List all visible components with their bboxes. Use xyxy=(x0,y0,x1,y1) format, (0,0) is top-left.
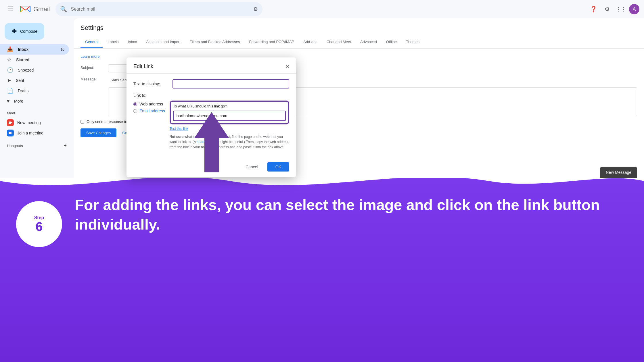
compose-plus-icon: ✚ xyxy=(12,28,17,35)
svg-rect-1 xyxy=(9,132,11,134)
sidebar-item-label: More xyxy=(14,99,23,103)
sent-icon: ➤ xyxy=(7,77,11,84)
more-icon: ▾ xyxy=(7,98,9,104)
arrow-head xyxy=(194,112,229,138)
text-display-label: Text to display: xyxy=(133,82,168,86)
modal-header: Edit Link × xyxy=(126,57,296,74)
sidebar-item-label: Starred xyxy=(16,57,29,62)
tab-labels[interactable]: Labels xyxy=(103,36,123,48)
hangouts-section: Hangouts + xyxy=(0,140,74,151)
snoozed-icon: 🕐 xyxy=(7,67,13,73)
save-changes-button[interactable]: Save Changes xyxy=(80,128,116,137)
sidebar-item-sent[interactable]: ➤ Sent xyxy=(0,75,69,86)
radio-group: Web address Email address xyxy=(133,102,165,113)
sidebar-item-label: Drafts xyxy=(18,88,28,93)
sidebar-item-snoozed[interactable]: 🕐 Snoozed xyxy=(0,65,69,75)
url-input[interactable] xyxy=(173,111,286,121)
email-address-option[interactable]: Email address xyxy=(133,109,165,113)
url-question: To what URL should this link go? xyxy=(173,104,286,108)
meet-section-label: Meet xyxy=(0,109,74,118)
tab-chat[interactable]: Chat and Meet xyxy=(322,36,356,48)
tab-filters[interactable]: Filters and Blocked Addresses xyxy=(185,36,245,48)
avatar[interactable]: A xyxy=(629,4,639,14)
modal-ok-button[interactable]: OK xyxy=(267,162,289,172)
modal-title: Edit Link xyxy=(133,63,153,70)
join-meeting-label: Join a meeting xyxy=(17,131,43,135)
top-bar: ☰ Gmail 🔍 ⚙ ❓ ⚙ ⋮⋮ A xyxy=(0,0,644,18)
web-address-option[interactable]: Web address xyxy=(133,102,165,106)
drafts-icon: 📄 xyxy=(7,88,13,94)
search-icon: 🔍 xyxy=(60,6,67,13)
step-circle: Step 6 xyxy=(16,201,62,247)
hamburger-icon: ☰ xyxy=(7,5,13,13)
gmail-logo: Gmail xyxy=(20,5,50,13)
sidebar-item-starred[interactable]: ☆ Starred xyxy=(0,55,69,65)
email-address-label[interactable]: Email address xyxy=(139,109,165,113)
search-bar[interactable]: 🔍 ⚙ xyxy=(55,2,262,16)
settings-header: Settings General Labels Inbox Accounts a… xyxy=(74,18,644,49)
sidebar-item-new-meeting[interactable]: New meeting xyxy=(0,118,74,128)
web-address-radio[interactable] xyxy=(133,102,137,106)
inbox-icon: 📥 xyxy=(7,46,13,53)
test-link[interactable]: Test this link xyxy=(170,127,289,131)
sidebar-item-label: Sent xyxy=(16,78,24,83)
search-input[interactable] xyxy=(71,7,250,12)
svg-rect-0 xyxy=(9,122,11,124)
subject-label: Subject: xyxy=(80,64,103,70)
join-meeting-icon xyxy=(7,130,14,136)
tab-general[interactable]: General xyxy=(80,36,103,48)
starred-icon: ☆ xyxy=(7,57,12,63)
modal-cancel-button[interactable]: Cancel xyxy=(240,162,264,172)
tab-forwarding[interactable]: Forwarding and POP/IMAP xyxy=(244,36,299,48)
compose-button[interactable]: ✚ Compose xyxy=(5,23,44,40)
wave-decoration xyxy=(0,178,644,195)
email-address-radio[interactable] xyxy=(133,109,137,113)
settings-tabs: General Labels Inbox Accounts and Import… xyxy=(80,36,637,48)
help-text: Not sure what to put in the box? First, … xyxy=(170,134,289,150)
sidebar-item-inbox[interactable]: 📥 Inbox 10 xyxy=(0,44,69,55)
bottom-section: Step 6 For adding the links, you can sel… xyxy=(0,178,644,362)
new-meeting-icon xyxy=(7,119,14,126)
link-to-label: Link to: xyxy=(133,93,289,98)
instruction-text: For adding the links, you can select the… xyxy=(75,195,627,234)
step-number: 6 xyxy=(36,220,43,233)
hangouts-label: Hangouts xyxy=(7,144,23,148)
apps-button[interactable]: ⋮⋮ xyxy=(615,3,627,15)
help-button[interactable]: ❓ xyxy=(588,3,599,15)
gmail-m-icon xyxy=(20,5,31,13)
settings-title: Settings xyxy=(80,24,637,32)
tab-advanced[interactable]: Advanced xyxy=(356,36,382,48)
compose-label: Compose xyxy=(20,29,37,34)
tab-themes[interactable]: Themes xyxy=(401,36,424,48)
sidebar-item-join-meeting[interactable]: Join a meeting xyxy=(0,128,74,138)
tab-inbox[interactable]: Inbox xyxy=(123,36,142,48)
contacts-checkbox[interactable] xyxy=(80,120,84,124)
url-section: To what URL should this link go? Test th… xyxy=(170,101,289,150)
menu-button[interactable]: ☰ xyxy=(5,3,16,15)
sidebar-item-label: Inbox xyxy=(18,47,28,52)
inbox-badge: 10 xyxy=(61,47,64,51)
add-hangout-icon[interactable]: + xyxy=(64,143,67,149)
settings-button[interactable]: ⚙ xyxy=(601,3,613,15)
tab-accounts[interactable]: Accounts and Import xyxy=(141,36,185,48)
arrow-shaft xyxy=(204,138,219,172)
modal-close-button[interactable]: × xyxy=(286,63,289,70)
url-annotation-box: To what URL should this link go? xyxy=(170,101,289,124)
new-meeting-label: New meeting xyxy=(17,120,41,125)
font-name: Sans Serif xyxy=(110,78,128,82)
annotation-arrow xyxy=(194,112,229,172)
sidebar-item-label: Snoozed xyxy=(18,68,34,72)
sidebar-item-drafts[interactable]: 📄 Drafts xyxy=(0,86,69,96)
top-right-actions: ❓ ⚙ ⋮⋮ A xyxy=(588,3,639,15)
tab-offline[interactable]: Offline xyxy=(382,36,401,48)
web-address-label: Web address xyxy=(139,102,163,106)
tab-addons[interactable]: Add-ons xyxy=(299,36,322,48)
message-label: Message: xyxy=(80,76,103,81)
gmail-text: Gmail xyxy=(33,5,50,13)
sidebar-item-more[interactable]: ▾ More xyxy=(0,96,69,106)
search-options-icon[interactable]: ⚙ xyxy=(253,6,258,12)
text-display-row: Text to display: xyxy=(133,79,289,88)
text-display-input[interactable] xyxy=(172,79,289,88)
new-message-button[interactable]: New Message xyxy=(600,167,637,178)
